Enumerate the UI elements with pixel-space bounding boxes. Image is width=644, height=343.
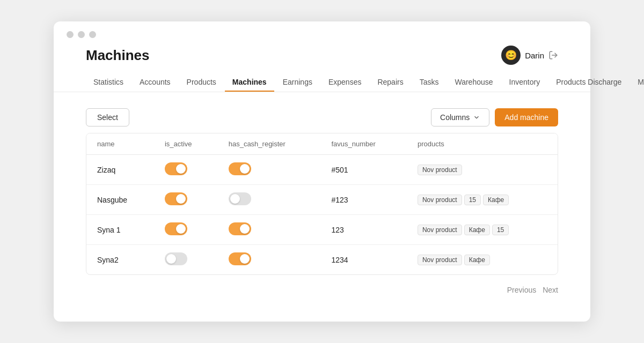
- col-has-cash-register: has_cash_register: [218, 133, 321, 155]
- product-tag: Кафе: [483, 195, 509, 205]
- tab-statistics[interactable]: Statistics: [86, 73, 131, 92]
- columns-button[interactable]: Columns: [431, 108, 489, 126]
- cell-has-cash-register: [218, 245, 321, 275]
- cell-is-active: [154, 245, 218, 275]
- product-tag: 15: [492, 225, 509, 235]
- titlebar: [54, 21, 590, 46]
- tab-products-discharge[interactable]: Products Discharge: [548, 73, 629, 92]
- dot-red: [67, 31, 74, 38]
- table-row[interactable]: Nasgube #123Nov product15Кафе: [86, 185, 558, 215]
- tab-expenses[interactable]: Expenses: [321, 73, 369, 92]
- is-active-toggle[interactable]: [165, 162, 187, 175]
- cell-is-active: [154, 185, 218, 215]
- tab-earnings[interactable]: Earnings: [275, 73, 320, 92]
- tab-maintenances[interactable]: Maintenances: [630, 73, 644, 92]
- logout-icon: [548, 50, 558, 60]
- nav-tabs: Statistics Accounts Products Machines Ea…: [54, 73, 590, 92]
- product-tag: Nov product: [418, 225, 462, 235]
- right-buttons: Columns Add machine: [431, 108, 558, 126]
- cell-favus-number: #123: [320, 185, 406, 215]
- cash-register-toggle[interactable]: [229, 162, 251, 175]
- cash-register-toggle[interactable]: [229, 192, 251, 205]
- add-machine-button[interactable]: Add machine: [495, 108, 558, 126]
- tab-tasks[interactable]: Tasks: [412, 73, 447, 92]
- product-tag: Кафе: [464, 255, 490, 265]
- dot-yellow: [78, 31, 85, 38]
- product-tag: Кафе: [464, 225, 490, 235]
- cell-favus-number: 1234: [320, 245, 406, 275]
- table-header-row: name is_active has_cash_register favus_n…: [86, 133, 558, 155]
- page-title: Machines: [86, 47, 150, 64]
- select-button[interactable]: Select: [86, 108, 129, 126]
- tab-products[interactable]: Products: [179, 73, 224, 92]
- tab-machines[interactable]: Machines: [225, 73, 274, 92]
- tab-repairs[interactable]: Repairs: [370, 73, 411, 92]
- col-is-active: is_active: [154, 133, 218, 155]
- table-row[interactable]: Zizaq #501Nov product: [86, 155, 558, 185]
- cell-products: Nov product: [407, 155, 558, 185]
- tab-warehouse[interactable]: Warehouse: [447, 73, 500, 92]
- cell-is-active: [154, 155, 218, 185]
- user-area: 😊 Darin: [501, 46, 558, 65]
- product-tag: Nov product: [418, 255, 462, 265]
- cash-register-toggle[interactable]: [229, 222, 251, 235]
- is-active-toggle[interactable]: [165, 222, 187, 235]
- main-window: Machines 😊 Darin Statistics Accounts Pro…: [54, 21, 590, 322]
- cell-favus-number: #501: [320, 155, 406, 185]
- main-content: Select Columns Add machine name is_activ…: [54, 108, 590, 275]
- logout-button[interactable]: [548, 50, 558, 60]
- username: Darin: [525, 51, 544, 60]
- cell-name: Syna 1: [86, 215, 154, 245]
- col-products: products: [407, 133, 558, 155]
- cell-products: Nov product15Кафе: [407, 185, 558, 215]
- product-tag: 15: [464, 195, 481, 205]
- cell-name: Nasgube: [86, 185, 154, 215]
- cell-favus-number: 123: [320, 215, 406, 245]
- cell-name: Syna2: [86, 245, 154, 275]
- col-favus-number: favus_number: [320, 133, 406, 155]
- chevron-down-icon: [473, 114, 480, 121]
- product-tag: Nov product: [418, 165, 462, 175]
- cell-is-active: [154, 215, 218, 245]
- table-row[interactable]: Syna2 1234Nov productКафе: [86, 245, 558, 275]
- cell-name: Zizaq: [86, 155, 154, 185]
- is-active-toggle[interactable]: [165, 192, 187, 205]
- pagination: Previous Next: [54, 275, 590, 294]
- cell-has-cash-register: [218, 155, 321, 185]
- col-name: name: [86, 133, 154, 155]
- product-tag: Nov product: [418, 195, 462, 205]
- table-row[interactable]: Syna 1 123Nov productКафе15: [86, 215, 558, 245]
- cell-products: Nov productКафе15: [407, 215, 558, 245]
- toolbar: Select Columns Add machine: [86, 108, 558, 126]
- tab-accounts[interactable]: Accounts: [132, 73, 178, 92]
- tab-inventory[interactable]: Inventory: [502, 73, 548, 92]
- cell-has-cash-register: [218, 215, 321, 245]
- cell-products: Nov productКафе: [407, 245, 558, 275]
- dot-green: [89, 31, 96, 38]
- page-header: Machines 😊 Darin: [54, 46, 590, 73]
- is-active-toggle[interactable]: [165, 252, 187, 265]
- avatar: 😊: [501, 46, 521, 65]
- cash-register-toggle[interactable]: [229, 252, 251, 265]
- next-button[interactable]: Next: [543, 286, 558, 294]
- previous-button[interactable]: Previous: [507, 286, 536, 294]
- cell-has-cash-register: [218, 185, 321, 215]
- machines-table: name is_active has_cash_register favus_n…: [86, 133, 558, 275]
